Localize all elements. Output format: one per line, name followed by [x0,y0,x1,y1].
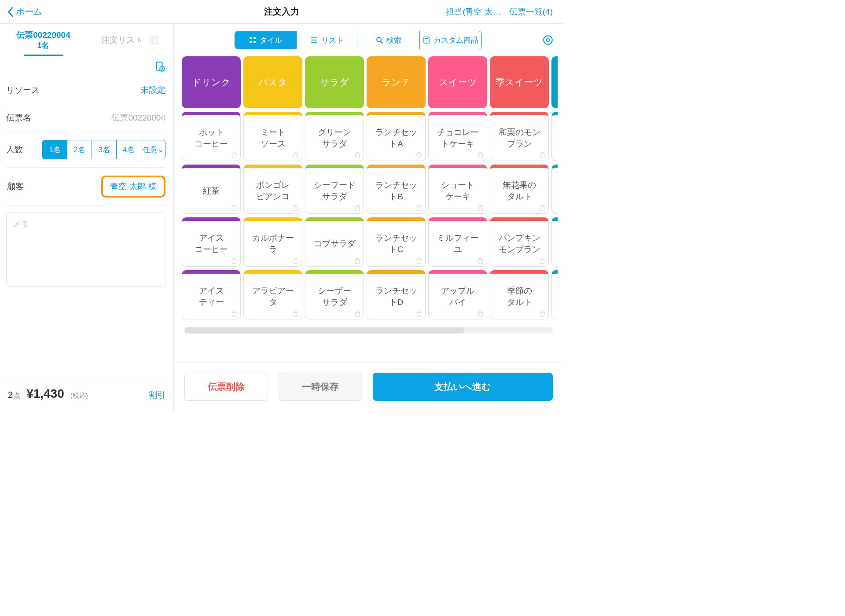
product-item[interactable]: ショートケーキ [428,165,487,214]
horizontal-scrollbar[interactable] [184,327,553,334]
tab-slip-label: 伝票00220004 [16,29,70,41]
seg-tile[interactable]: タイル [235,31,297,49]
product-item[interactable]: 季節のタルト [490,270,549,319]
customer-row[interactable]: 顧客 青空 太郎 様 [6,168,165,206]
tab-slip[interactable]: 伝票00220004 1名 [0,24,87,56]
seg-custom[interactable]: カスタム商品 [420,31,481,49]
category-pink[interactable]: スイーツ [428,56,487,108]
discount-link[interactable]: 割引 [149,389,165,401]
chevron-left-icon [7,7,14,17]
resource-row[interactable]: リソース 未設定 [6,77,165,104]
clipboard-settings-icon[interactable] [154,61,165,72]
product-item[interactable] [551,217,558,267]
customer-label: 顧客 [7,181,24,192]
product-item[interactable]: コブサラダ [305,217,364,267]
product-item[interactable]: ランチセットC [367,217,426,267]
list-lines-icon [311,37,318,44]
item-count: 2点 [8,390,20,400]
product-item[interactable]: ランチセットB [367,165,426,214]
slip-name-row: 伝票名 伝票00220004 [6,104,165,132]
slip-name-label: 伝票名 [6,112,31,124]
tab-order-list-label: 注文リスト [101,34,143,46]
svg-point-3 [162,68,163,70]
product-item[interactable]: アップルパイ [428,270,487,319]
product-item[interactable]: 紅茶 [182,165,241,214]
people-option-0[interactable]: 1名 [42,140,67,159]
product-item[interactable]: シーザーサラダ [305,270,364,319]
category-yellow[interactable]: パスタ [243,56,302,108]
scrollbar-thumb[interactable] [184,327,464,334]
customer-value[interactable]: 青空 太郎 様 [101,176,165,198]
total-amount: ¥1,430 [26,387,64,401]
svg-rect-6 [250,41,252,43]
page-title: 注文入力 [264,6,299,18]
product-item[interactable]: アイスティー [182,270,241,319]
people-option-2[interactable]: 3名 [92,140,116,159]
save-draft-button[interactable]: 一時保存 [279,373,362,401]
people-row: 人数 1名2名3名4名任意⌄ [6,132,165,168]
tab-order-list[interactable]: 注文リスト [87,24,173,56]
product-item[interactable]: ミートソース [243,112,302,161]
search-icon [376,37,383,44]
seg-search[interactable]: 検索 [358,31,420,49]
product-item[interactable]: アイスコーヒー [182,217,241,267]
product-item[interactable]: ランチセットD [367,270,426,319]
memo-input[interactable]: メモ [6,212,165,287]
proceed-payment-button[interactable]: 支払いへ進む [373,373,553,401]
people-option-3[interactable]: 4名 [116,140,141,159]
product-item[interactable]: シーフードサラダ [305,165,364,214]
product-item[interactable]: ホットコーヒー [182,112,241,161]
category-purple[interactable]: ドリンク [182,56,241,108]
people-segmented: 1名2名3名4名任意⌄ [42,140,165,159]
product-item[interactable]: カルボナーラ [243,217,302,267]
category-teal[interactable] [551,56,558,108]
calculator-icon [423,37,430,44]
staff-link[interactable]: 担当(青空 太… [446,6,501,18]
product-item[interactable]: ミルフィーユ [428,217,487,267]
slip-list-link[interactable]: 伝票一覧(4) [509,6,553,18]
product-item[interactable]: ランチセットA [367,112,426,161]
gear-icon[interactable] [542,34,554,46]
svg-rect-10 [425,38,428,39]
seg-list[interactable]: リスト [297,31,358,49]
back-button[interactable]: ホーム [3,4,47,19]
product-item[interactable]: チョコレートケーキ [428,112,487,161]
resource-label: リソース [6,84,40,96]
people-label: 人数 [6,144,23,155]
svg-rect-4 [250,37,252,39]
list-icon [149,35,159,45]
resource-value: 未設定 [140,84,165,96]
people-option-1[interactable]: 2名 [67,140,92,159]
product-item[interactable]: 無花果のタルト [490,165,549,214]
tab-slip-people: 1名 [37,40,49,51]
product-item[interactable] [551,112,558,161]
category-green[interactable]: サラダ [305,56,364,108]
svg-point-12 [547,39,550,42]
product-item[interactable]: ボンゴレビアンコ [243,165,302,214]
svg-point-11 [544,36,552,44]
product-item[interactable]: グリーンサラダ [305,112,364,161]
product-item[interactable] [551,270,558,319]
category-red[interactable]: 季スイーツ [490,56,549,108]
tax-label: (税込) [70,392,88,400]
slip-name-value: 伝票00220004 [111,112,165,124]
category-orange[interactable]: ランチ [367,56,426,108]
svg-rect-5 [254,37,256,39]
svg-rect-7 [254,41,256,43]
people-option-4[interactable]: 任意⌄ [141,140,165,159]
delete-slip-button[interactable]: 伝票削除 [184,373,268,401]
product-item[interactable]: アラビアータ [243,270,302,319]
product-item[interactable] [551,165,558,214]
product-item[interactable]: パンプキンモンブラン [490,217,549,267]
product-item[interactable]: 和栗のモンブラン [490,112,549,161]
back-label: ホーム [16,6,42,18]
grid-icon [249,37,256,44]
